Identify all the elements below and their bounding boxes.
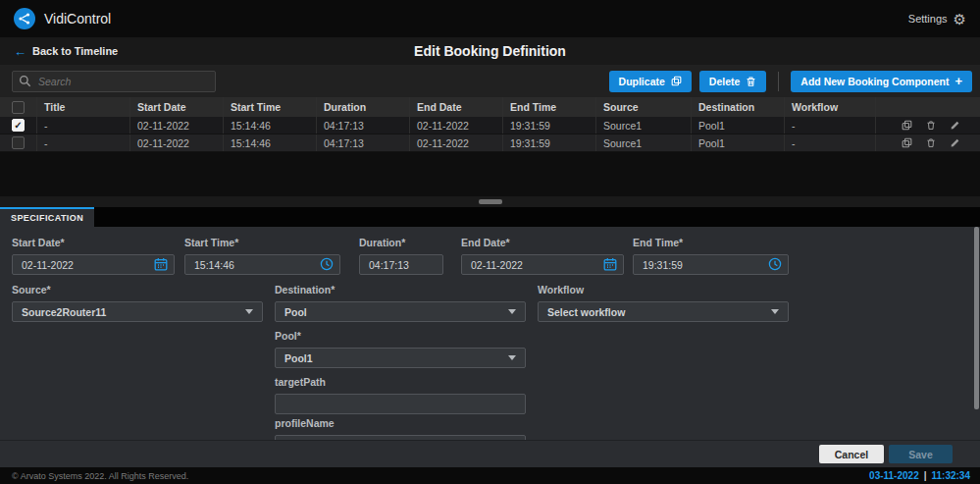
table-empty-area: [0, 152, 980, 196]
cell-end-date: 02-11-2022: [410, 117, 503, 134]
row-checkbox[interactable]: [12, 136, 25, 149]
cell-start-time: 15:14:46: [224, 117, 317, 134]
start-time-label: Start Time*: [184, 237, 340, 248]
panel-resize-strip: [0, 196, 980, 207]
current-date: 03-11-2022: [869, 470, 919, 481]
back-arrow-icon: ←: [14, 45, 26, 58]
copy-icon: [671, 76, 682, 86]
plus-icon: +: [954, 74, 962, 88]
vidicontrol-logo-icon: [14, 8, 35, 29]
search-input[interactable]: [12, 71, 216, 92]
select-all-checkbox[interactable]: [12, 101, 25, 114]
toolbar-actions: Duplicate Delete Add New Booking Compone…: [609, 71, 972, 92]
col-end-date: End Date: [410, 97, 503, 117]
col-destination: Destination: [692, 97, 785, 117]
table-row[interactable]: - 02-11-2022 15:14:46 04:17:13 02-11-202…: [0, 134, 980, 152]
table-row[interactable]: ✓ - 02-11-2022 15:14:46 04:17:13 02-11-2…: [0, 117, 980, 134]
settings-menu[interactable]: Settings ⚙: [908, 12, 966, 27]
datetime-separator: |: [924, 470, 927, 481]
sub-header: Edit Booking Definition ← Back to Timeli…: [0, 37, 980, 65]
search-box: [12, 71, 216, 92]
top-bar: VidiControl Settings ⚙: [0, 0, 980, 37]
source-value: Source2Router11: [22, 306, 106, 318]
start-date-label: Start Date*: [12, 237, 175, 248]
start-date-input[interactable]: [12, 254, 175, 275]
row-delete-icon[interactable]: [926, 120, 936, 131]
row-edit-icon[interactable]: [950, 137, 960, 148]
chevron-down-icon: [771, 309, 779, 314]
booking-components-panel: Duplicate Delete Add New Booking Compone…: [0, 65, 980, 196]
field-start-date: Start Date*: [12, 237, 175, 275]
col-end-time: End Time: [503, 97, 596, 117]
field-end-time: End Time*: [633, 237, 789, 275]
clock-icon[interactable]: [320, 257, 334, 271]
destination-value: Pool: [284, 306, 307, 318]
row-copy-icon[interactable]: [902, 137, 912, 148]
clock-icon[interactable]: [768, 257, 782, 271]
duplicate-button[interactable]: Duplicate: [609, 71, 692, 92]
booking-components-table: Title Start Date Start Time Duration End…: [0, 97, 980, 152]
current-time: 11:32:34: [932, 470, 970, 481]
duration-label: Duration*: [359, 237, 443, 248]
tab-specification[interactable]: SPECIFICATION: [0, 207, 94, 227]
row-checkbox[interactable]: ✓: [12, 119, 25, 132]
duplicate-label: Duplicate: [619, 76, 665, 87]
workflow-select[interactable]: Select workflow: [538, 301, 789, 322]
cell-start-time: 15:14:46: [224, 134, 317, 151]
destination-label: Destination*: [275, 284, 526, 296]
back-to-timeline-link[interactable]: ← Back to Timeline: [14, 45, 118, 58]
col-source: Source: [596, 97, 692, 117]
app-title: VidiControl: [44, 11, 111, 27]
end-time-label: End Time*: [633, 237, 789, 248]
field-source: Source* Source2Router11: [12, 284, 263, 322]
calendar-icon[interactable]: [154, 257, 168, 271]
field-start-time: Start Time*: [184, 237, 340, 275]
brand: VidiControl: [14, 8, 111, 29]
add-label: Add New Booking Component: [800, 76, 949, 87]
end-time-input[interactable]: [633, 254, 789, 275]
duration-input[interactable]: [359, 254, 443, 275]
end-date-input[interactable]: [461, 254, 624, 275]
copyright-text: © Arvato Systems 2022. All Rights Reserv…: [12, 471, 188, 481]
chevron-down-icon: [508, 355, 516, 360]
row-copy-icon[interactable]: [902, 120, 912, 131]
cell-workflow: -: [785, 117, 876, 134]
pool-select[interactable]: Pool1: [275, 348, 526, 368]
form-actions-bar: Cancel Save: [0, 440, 980, 467]
workflow-label: Workflow: [538, 284, 789, 296]
row-delete-icon[interactable]: [926, 137, 936, 148]
row-edit-icon[interactable]: [950, 120, 960, 131]
cancel-button[interactable]: Cancel: [819, 445, 884, 463]
cell-title: -: [37, 134, 130, 151]
field-workflow: Workflow Select workflow: [538, 284, 789, 322]
destination-select[interactable]: Pool: [275, 301, 526, 322]
col-title: Title: [37, 97, 130, 117]
workflow-value: Select workflow: [547, 306, 625, 318]
toolbar: Duplicate Delete Add New Booking Compone…: [0, 65, 980, 97]
cell-end-time: 19:31:59: [503, 134, 596, 151]
cell-start-date: 02-11-2022: [130, 117, 224, 134]
cell-source: Source1: [596, 117, 692, 134]
panel-drag-handle[interactable]: [479, 199, 502, 204]
col-start-time: Start Time: [224, 97, 317, 117]
field-destination: Destination* Pool: [275, 284, 526, 322]
page-title: Edit Booking Definition: [0, 43, 980, 59]
source-select[interactable]: Source2Router11: [12, 301, 263, 322]
calendar-icon[interactable]: [603, 257, 617, 271]
cell-workflow: -: [785, 134, 876, 151]
cell-duration: 04:17:13: [317, 117, 410, 134]
cell-start-date: 02-11-2022: [130, 134, 224, 151]
field-duration: Duration*: [359, 237, 443, 275]
trash-icon: [746, 76, 756, 87]
add-booking-component-button[interactable]: Add New Booking Component +: [791, 71, 972, 92]
tab-strip: SPECIFICATION: [0, 207, 980, 227]
target-path-input[interactable]: [275, 394, 526, 414]
start-time-input[interactable]: [184, 254, 340, 275]
gear-icon: ⚙: [954, 12, 966, 27]
cell-title: -: [37, 117, 130, 134]
save-button[interactable]: Save: [889, 445, 953, 463]
scrollbar-thumb[interactable]: [974, 227, 979, 409]
delete-button[interactable]: Delete: [699, 71, 767, 92]
cell-destination: Pool1: [692, 117, 785, 134]
app-window: VidiControl Settings ⚙ Edit Booking Defi…: [0, 0, 980, 484]
